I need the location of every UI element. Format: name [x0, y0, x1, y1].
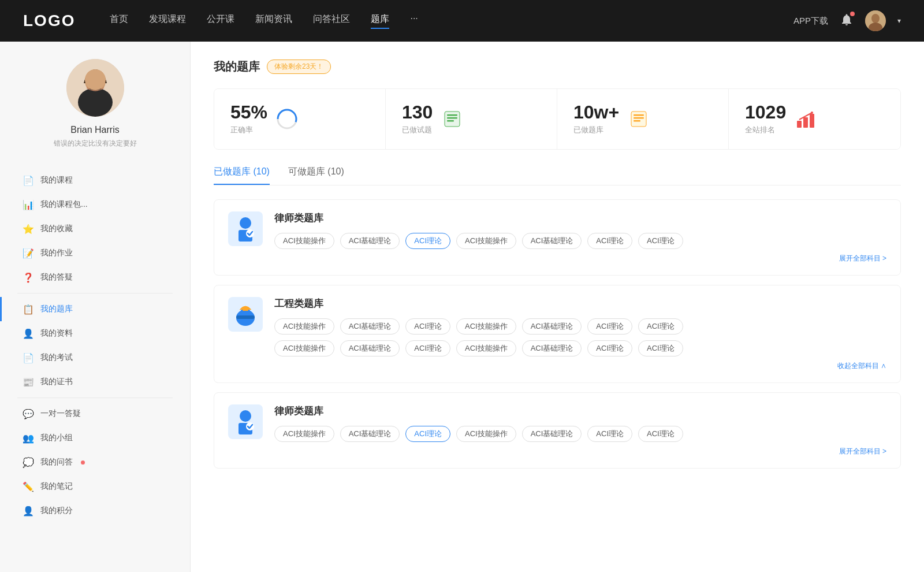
sidebar-item-10[interactable]: 👥我的小组 [0, 426, 190, 450]
notification-bell[interactable] [840, 13, 854, 29]
user-motto: 错误的决定比没有决定要好 [12, 139, 178, 148]
rank-icon [795, 109, 816, 129]
nav-item-题库[interactable]: 题库 [371, 13, 389, 29]
expand-link-lawyer-2[interactable]: 展开全部科目 > [274, 447, 886, 456]
menu-label-12: 我的笔记 [40, 481, 73, 492]
menu-label-0: 我的课程 [40, 175, 73, 185]
menu-icon-0: 📄 [23, 175, 33, 185]
tag[interactable]: ACI理论 [587, 340, 632, 356]
tag[interactable]: ACI技能操作 [274, 233, 334, 249]
tag[interactable]: ACI理论 [587, 233, 632, 249]
tag[interactable]: ACI理论 [638, 318, 683, 335]
tag[interactable]: ACI基础理论 [522, 233, 582, 249]
stat-label-done-banks: 已做题库 [573, 125, 619, 135]
app-download-button[interactable]: APP下载 [793, 16, 828, 27]
stat-card-accuracy: 55% 正确率 [214, 89, 386, 149]
tags-row-lawyer-2: ACI技能操作 ACI基础理论 ACI理论 ACI技能操作 ACI基础理论 AC… [274, 426, 886, 442]
tag[interactable]: ACI理论 [638, 426, 683, 442]
trial-badge: 体验剩余23天！ [267, 60, 331, 74]
nav-item-···[interactable]: ··· [410, 13, 418, 29]
svg-rect-14 [634, 114, 644, 116]
svg-point-5 [78, 88, 113, 117]
sidebar-item-0[interactable]: 📄我的课程 [0, 168, 190, 192]
menu-icon-7: 📄 [23, 352, 33, 363]
collapse-link-engineer[interactable]: 收起全部科目 ∧ [274, 361, 886, 371]
user-avatar-nav[interactable] [865, 10, 886, 31]
tag[interactable]: ACI理论 [587, 318, 632, 335]
svg-rect-9 [445, 112, 460, 127]
menu-label-13: 我的积分 [40, 506, 73, 516]
menu-label-11: 我的问答 [40, 457, 73, 467]
tag[interactable]: ACI理论 [405, 426, 450, 442]
svg-rect-17 [797, 121, 802, 128]
tag[interactable]: ACI技能操作 [456, 340, 516, 356]
tabs-row: 已做题库 (10) 可做题库 (10) [214, 166, 901, 185]
notification-badge [850, 12, 855, 16]
stat-card-done-questions: 130 已做试题 [386, 89, 557, 149]
qbank-card-lawyer-1: 律师类题库 ACI技能操作 ACI基础理论 ACI理论 ACI技能操作 ACI基… [214, 199, 901, 276]
sidebar: Brian Harris 错误的决定比没有决定要好 📄我的课程📊我的课程包...… [0, 42, 191, 572]
sidebar-item-8[interactable]: 📰我的证书 [0, 370, 190, 394]
menu-icon-13: 👤 [23, 506, 33, 516]
expand-link-lawyer-1[interactable]: 展开全部科目 > [274, 254, 886, 263]
tag[interactable]: ACI基础理论 [340, 340, 400, 356]
menu-label-1: 我的课程包... [40, 199, 88, 210]
svg-rect-19 [810, 114, 814, 128]
sidebar-item-5[interactable]: 📋我的题库 [0, 297, 190, 321]
tag[interactable]: ACI技能操作 [274, 426, 334, 442]
tag[interactable]: ACI理论 [405, 340, 450, 356]
tags-row-engineer-1: ACI技能操作 ACI基础理论 ACI理论 ACI技能操作 ACI基础理论 AC… [274, 318, 886, 335]
tag[interactable]: ACI技能操作 [456, 318, 516, 335]
user-name: Brian Harris [12, 125, 178, 135]
tag[interactable]: ACI基础理论 [522, 318, 582, 335]
tags-row-engineer-2: ACI技能操作 ACI基础理论 ACI理论 ACI技能操作 ACI基础理论 AC… [274, 340, 886, 356]
done-questions-icon [442, 109, 463, 129]
tag[interactable]: ACI基础理论 [340, 233, 400, 249]
tag[interactable]: ACI技能操作 [274, 318, 334, 335]
tab-done-banks[interactable]: 已做题库 (10) [214, 166, 270, 185]
tag[interactable]: ACI技能操作 [274, 340, 334, 356]
logo[interactable]: LOGO [23, 12, 75, 30]
qbank-card-engineer: 工程类题库 ACI技能操作 ACI基础理论 ACI理论 ACI技能操作 ACI基… [214, 285, 901, 383]
user-dropdown-icon[interactable]: ▾ [897, 17, 901, 25]
menu-label-8: 我的证书 [40, 377, 73, 387]
sidebar-item-6[interactable]: 👤我的资料 [0, 321, 190, 346]
sidebar-item-2[interactable]: ⭐我的收藏 [0, 217, 190, 241]
svg-rect-16 [634, 120, 640, 122]
menu-divider-5 [17, 293, 173, 294]
qbank-content-engineer: 工程类题库 ACI技能操作 ACI基础理论 ACI理论 ACI技能操作 ACI基… [274, 297, 886, 371]
tag[interactable]: ACI理论 [638, 233, 683, 249]
tag[interactable]: ACI技能操作 [456, 233, 516, 249]
sidebar-item-9[interactable]: 💬一对一答疑 [0, 402, 190, 426]
nav-item-新闻资讯[interactable]: 新闻资讯 [255, 13, 292, 29]
nav-item-发现课程[interactable]: 发现课程 [149, 13, 186, 29]
qbank-card-header-lawyer-2: 律师类题库 ACI技能操作 ACI基础理论 ACI理论 ACI技能操作 ACI基… [228, 404, 886, 456]
tag[interactable]: ACI技能操作 [456, 426, 516, 442]
tab-available-banks[interactable]: 可做题库 (10) [288, 166, 344, 185]
sidebar-item-11[interactable]: 💭我的问答 [0, 450, 190, 474]
menu-label-2: 我的收藏 [40, 224, 73, 234]
menu-icon-11: 💭 [23, 457, 33, 467]
sidebar-item-3[interactable]: 📝我的作业 [0, 241, 190, 265]
sidebar-item-7[interactable]: 📄我的考试 [0, 346, 190, 370]
svg-rect-29 [236, 315, 255, 319]
sidebar-item-4[interactable]: ❓我的答疑 [0, 265, 190, 289]
tag[interactable]: ACI基础理论 [340, 318, 400, 335]
nav-menu: 首页发现课程公开课新闻资讯问答社区题库··· [110, 13, 793, 29]
svg-rect-28 [243, 307, 248, 311]
sidebar-item-1[interactable]: 📊我的课程包... [0, 192, 190, 217]
tag[interactable]: ACI理论 [405, 233, 450, 249]
nav-item-问答社区[interactable]: 问答社区 [313, 13, 350, 29]
tag[interactable]: ACI理论 [638, 340, 683, 356]
tag[interactable]: ACI基础理论 [340, 426, 400, 442]
sidebar-item-12[interactable]: ✏️我的笔记 [0, 474, 190, 499]
stat-value-accuracy: 55% [230, 103, 267, 121]
stat-card-rank: 1029 全站排名 [729, 89, 900, 149]
tag[interactable]: ACI理论 [587, 426, 632, 442]
nav-item-公开课[interactable]: 公开课 [207, 13, 234, 29]
tag[interactable]: ACI基础理论 [522, 340, 582, 356]
nav-item-首页[interactable]: 首页 [110, 13, 128, 29]
tag[interactable]: ACI基础理论 [522, 426, 582, 442]
tag[interactable]: ACI理论 [405, 318, 450, 335]
sidebar-item-13[interactable]: 👤我的积分 [0, 499, 190, 523]
